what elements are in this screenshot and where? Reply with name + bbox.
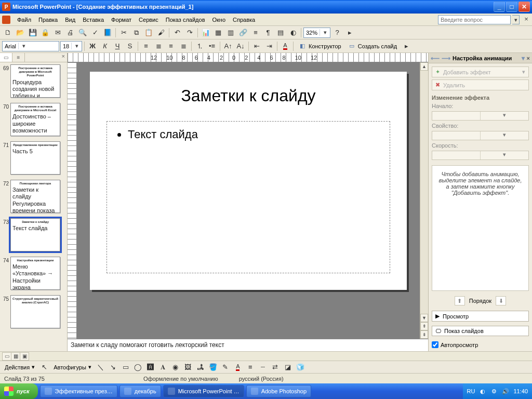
font-color-icon[interactable]: A [280,41,291,52]
toolbar-options-icon[interactable]: ▸ [401,41,412,52]
slide-bullet-text[interactable]: Текст слайда [128,128,380,141]
permission-icon[interactable]: 🔒 [39,27,51,38]
bullets-icon[interactable]: •≡ [206,41,218,52]
shadow-button[interactable]: S [124,41,136,52]
slideshow-button[interactable]: 🖵Показ слайдов [432,326,529,336]
slide[interactable]: Заметки к слайду Текст слайда [90,72,407,290]
order-down-button[interactable]: ⬇ [496,296,506,305]
align-right-icon[interactable]: ≡ [165,41,177,52]
arrow-style-icon[interactable]: ⇄ [270,362,281,373]
research-icon[interactable]: 📘 [102,27,113,38]
insert-table-icon[interactable]: ▦ [212,27,224,38]
tray-language-indicator[interactable]: RU [467,388,475,394]
tray-icon[interactable]: ⚙ [490,388,498,395]
tray-icon[interactable]: 🔊 [502,388,509,395]
toolbar-options-icon[interactable]: ▸ [344,27,355,38]
normal-view-button[interactable]: ▭ [2,352,11,361]
line-style-icon[interactable]: ≡ [245,362,256,373]
menu-view[interactable]: Вид [61,15,79,24]
cut-icon[interactable]: ✂ [118,27,129,38]
zoom-combo[interactable]: 32%▾ [303,28,330,38]
redo-icon[interactable]: ↷ [184,27,195,38]
taskpane-back-icon[interactable]: ⟵ [431,55,440,62]
select-objects-icon[interactable]: ↖ [38,362,50,373]
slideshow-view-button[interactable]: ▣ [20,352,29,361]
slide-design-button[interactable]: ◧Конструктор [296,41,344,52]
bold-button[interactable]: Ж [87,41,98,52]
line-icon[interactable]: ＼ [95,362,107,373]
vertical-scrollbar[interactable]: ▲ ▼ ⇞ ⇟ [420,62,428,339]
window-close-button[interactable]: ✕ [518,2,530,12]
document-close-button[interactable]: × [523,16,530,23]
thumbnails-tab-slides[interactable]: ▭ [0,53,12,62]
delete-effect-button[interactable]: ✖Удалить [432,79,529,90]
autopreview-checkbox[interactable]: Автопросмотр [432,341,529,348]
scroll-down-icon[interactable]: ▼ [420,314,428,322]
slide-thumbnail[interactable]: 75Структурный маркетинговый анализ (Стра… [1,295,66,328]
taskbar-item[interactable]: Adobe Photoshop [246,385,311,397]
print-icon[interactable]: 🖨 [64,27,76,38]
tray-clock[interactable]: 11:40 [513,388,528,394]
chevron-down-icon[interactable]: ▾ [480,112,528,120]
chevron-down-icon[interactable]: ▾ [320,29,330,36]
underline-button[interactable]: Ч [112,41,123,52]
slide-body-placeholder[interactable]: Текст слайда [107,121,390,273]
slide-thumbnail[interactable]: 73Заметки к слайдуТекст слайда [1,218,66,251]
order-up-button[interactable]: ⬆ [455,296,465,305]
menu-format[interactable]: Формат [108,15,135,24]
thumbnail-preview[interactable]: Помощники лектораЗаметки к слайдуРегулир… [10,180,60,213]
color-grayscale-icon[interactable]: ◐ [287,27,299,38]
3d-style-icon[interactable]: 🧊 [295,362,306,373]
diagram-icon[interactable]: ◉ [170,362,181,373]
sorter-view-button[interactable]: ▦ [11,352,20,361]
help-icon[interactable]: ? [331,27,343,38]
tables-borders-icon[interactable]: ▥ [225,27,236,38]
window-minimize-button[interactable]: _ [494,2,505,12]
add-effect-button[interactable]: ✦Добавить эффект▾ [432,66,529,77]
new-icon[interactable]: 🗋 [2,27,14,38]
menu-slideshow[interactable]: Показ слайдов [162,15,209,24]
menu-edit[interactable]: Правка [35,15,61,24]
taskbar-item[interactable]: Эффективные през… [40,385,117,397]
next-slide-icon[interactable]: ⇟ [420,330,428,339]
menu-file[interactable]: Файл [14,15,35,24]
help-search-dropdown[interactable]: ▾ [512,15,520,24]
taskbar-item[interactable]: Microsoft PowerPoint … [163,385,244,397]
thumbnails-tab-outline[interactable]: ≡ [12,53,25,62]
line-color-icon[interactable]: ✎ [220,362,231,373]
thumbnail-preview[interactable]: Настройка презентацииМеню «Установка» → … [10,257,60,290]
font-combo[interactable]: Arial▾ [2,41,59,51]
taskpane-close-button[interactable]: × [527,55,530,61]
increase-indent-icon[interactable]: ⇥ [263,41,275,52]
align-justify-icon[interactable]: ≣ [178,41,189,52]
taskpane-forward-icon[interactable]: ⟶ [442,55,450,62]
insert-picture-icon[interactable]: 🏞 [195,362,206,373]
start-button[interactable]: пуск [0,383,38,399]
property-select[interactable]: ▾ [432,131,529,140]
thumbnail-preview[interactable]: Построение и вставка диаграмм в Microsof… [10,64,60,98]
thumbnails-close-button[interactable]: × [60,53,67,62]
show-formatting-icon[interactable]: ¶ [262,27,274,38]
chevron-down-icon[interactable]: ▾ [480,131,528,140]
align-left-icon[interactable]: ≡ [140,41,152,52]
dash-style-icon[interactable]: ┄ [257,362,269,373]
notes-pane[interactable]: Заметки к сладу помогают готовить лектор… [68,339,428,351]
expand-all-icon[interactable]: ≡ [250,27,261,38]
chevron-down-icon[interactable]: ▾ [71,43,82,49]
slide-thumbnail[interactable]: 72Помощники лектораЗаметки к слайдуРегул… [1,180,66,213]
oval-icon[interactable]: ◯ [132,362,144,373]
menu-tools[interactable]: Сервис [135,15,162,24]
tray-icon[interactable]: ◐ [479,388,486,395]
increase-font-icon[interactable]: A↑ [222,41,234,52]
insert-chart-icon[interactable]: 📊 [200,27,211,38]
thumbnail-preview[interactable]: Построение и вставка диаграмм в Microsof… [10,103,60,136]
taskbar-item[interactable]: декабрь [119,385,161,397]
chevron-down-icon[interactable]: ▾ [480,151,528,159]
shadow-style-icon[interactable]: ◪ [282,362,294,373]
slide-thumbnail[interactable]: 71Представление презентацииЧасть 5 [1,141,66,175]
slide-thumbnail[interactable]: 74Настройка презентацииМеню «Установка» … [1,257,66,290]
italic-button[interactable]: К [99,41,111,52]
slide-canvas-area[interactable]: Заметки к слайду Текст слайда [77,62,420,339]
menu-help[interactable]: Справка [229,15,259,24]
paste-icon[interactable]: 📋 [143,27,154,38]
